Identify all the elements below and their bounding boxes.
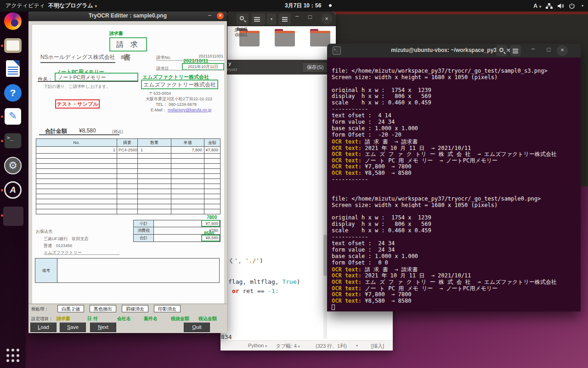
- dock-item-files[interactable]: [4, 37, 22, 54]
- save-button[interactable]: Save: [60, 322, 86, 332]
- terminal-output[interactable]: file: </home/mizutu/workspace_py37/tryoc…: [327, 58, 581, 311]
- volume-icon[interactable]: [557, 3, 564, 9]
- remarks-label: 備考: [35, 259, 57, 282]
- dock-item-app-window[interactable]: [4, 207, 22, 224]
- chevron-down-icon[interactable]: ▾: [356, 344, 358, 348]
- terminal-window: >_ mizutu@ubuntu-vbox: ~/workspace_py37/…: [327, 44, 581, 311]
- invoice-empty-row: [36, 204, 220, 209]
- invoice-empty-row: [36, 159, 220, 164]
- editor-scrollbar-thumb[interactable]: [323, 235, 327, 276]
- close-icon[interactable]: ×: [321, 13, 332, 24]
- field-amount-excl-tax[interactable]: 税抜金額: [171, 316, 189, 322]
- maximize-icon[interactable]: □: [547, 46, 550, 53]
- menu-icon[interactable]: [510, 45, 521, 56]
- preprocess-box[interactable]: 黒色抽出: [90, 305, 116, 312]
- tryocr-titlebar[interactable]: TryOCR Editter : sample0.png – ×: [28, 11, 227, 21]
- field-invoice-title[interactable]: 請求書: [57, 316, 70, 322]
- next-button[interactable]: Next: [90, 322, 116, 332]
- column-header: 摘要: [117, 139, 138, 147]
- network-icon[interactable]: [546, 3, 553, 9]
- email-link[interactable]: msfactory@karufa.nn.jp: [168, 108, 211, 112]
- quit-button[interactable]: Quit: [184, 322, 210, 332]
- dock-item-terminal[interactable]: >_: [4, 132, 22, 150]
- preprocess-box[interactable]: 印影消去: [154, 305, 181, 312]
- terminal-line: -----------: [332, 234, 576, 240]
- search-icon[interactable]: [496, 45, 507, 56]
- chevron-down-icon: ▾: [95, 4, 97, 8]
- preprocess-box[interactable]: 白黒２値: [57, 305, 84, 312]
- notification-dot-icon: [329, 4, 332, 7]
- code-fragment: く', './'): [228, 257, 263, 265]
- editor-scrollbar[interactable]: [323, 76, 327, 339]
- close-icon[interactable]: ×: [217, 12, 224, 19]
- dock-item-firefox[interactable]: [4, 12, 22, 30]
- terminal-line: OCR text: 2021 年 10 月 11 日 → 2021/10/11: [332, 144, 576, 151]
- language-selector[interactable]: Python ▾: [248, 343, 267, 348]
- running-indicator: [1, 45, 3, 47]
- menu-icon[interactable]: [279, 13, 291, 25]
- terminal-line: form value : 24 34: [332, 119, 576, 125]
- ocr-annotation-title: 請求書: [109, 30, 123, 37]
- bank-underline: [44, 248, 119, 255]
- dock: ? ✎ >_ ⚙ A: [0, 12, 26, 368]
- activities-button[interactable]: アクティビティ: [6, 2, 45, 10]
- minimize-icon[interactable]: –: [208, 12, 211, 18]
- load-button[interactable]: Load: [30, 322, 57, 332]
- close-icon[interactable]: ×: [557, 45, 568, 56]
- terminal-line: file: </home/mizutu/workspace_py37/tryoc…: [332, 196, 576, 202]
- terminal-line: original h x w : 1754 x 1239: [332, 87, 576, 93]
- folder-icon[interactable]: [239, 31, 260, 46]
- minimize-icon[interactable]: –: [531, 45, 535, 52]
- terminal-line: display h x w : 806 x 569: [332, 93, 576, 99]
- view-options-chevron-icon[interactable]: ▾: [267, 13, 276, 25]
- totals-block: 小計¥7,800 消費税¥780 合計¥8,580: [133, 220, 220, 242]
- maximize-icon[interactable]: □: [308, 13, 312, 20]
- field-company[interactable]: 会社名: [117, 316, 131, 322]
- preprocess-label: 前処理：: [31, 306, 49, 312]
- invoice-canvas[interactable]: 請求書 請 求 書 NSホールディングス株式会社 御中 請求No.2021101…: [28, 21, 227, 304]
- software-icon: A: [4, 181, 22, 199]
- terminal-line: OCR text: ノー ト PC 用 メモ リー → ノートPC用メモリー: [332, 157, 576, 163]
- power-icon[interactable]: [569, 3, 575, 9]
- invoice-table: No.摘要数量単価金額 1PC4-25600(DDR4-3200) 16GB S…: [36, 138, 220, 214]
- subtotal-green-box: [201, 220, 220, 227]
- files-icon: [4, 38, 22, 53]
- field-date[interactable]: 日 付: [87, 316, 98, 322]
- preprocess-box[interactable]: 罫線消去: [122, 305, 148, 312]
- terminal-titlebar[interactable]: >_ mizutu@ubuntu-vbox: ~/workspace_py37/…: [327, 44, 581, 58]
- gedit-pencil-icon: ✎: [5, 108, 21, 125]
- keyboard-layout-indicator[interactable]: A▾: [533, 3, 541, 9]
- invoice-table-header-row: No.摘要数量単価金額: [36, 139, 220, 147]
- dock-item-help[interactable]: ?: [4, 84, 22, 102]
- folder-icon[interactable]: [310, 31, 330, 46]
- invoice-empty-row: [36, 154, 220, 159]
- terminal-line: scale h x w : 0.460 x 0.459: [332, 99, 576, 106]
- fields-label: 設定項目：: [31, 316, 53, 322]
- app-menu-button[interactable]: 不明なプログラム▾: [48, 2, 97, 10]
- terminal-line: Screen size: width x height = 1680 x 105…: [332, 202, 576, 208]
- running-indicator: [1, 189, 3, 191]
- editor-statusbar: Python ▾ タブ幅: 4 ▾ (323 行、1列) ▾ [挿入]: [220, 340, 393, 351]
- tab-width-selector[interactable]: タブ幅: 4 ▾: [276, 343, 300, 350]
- dock-item-settings[interactable]: ⚙: [4, 157, 22, 174]
- search-icon[interactable]: [237, 13, 249, 25]
- show-applications-icon[interactable]: [6, 349, 20, 362]
- invoice-empty-row: [36, 199, 220, 204]
- dock-item-gedit[interactable]: ✎: [4, 108, 22, 125]
- running-indicator: [1, 140, 3, 142]
- save-button[interactable]: 保存(S): [302, 62, 328, 73]
- terminal-line: OCR text: ¥8,580 → 8580: [332, 298, 576, 304]
- subject-underline: [38, 74, 138, 82]
- clock[interactable]: 3月7日 10：56: [285, 2, 321, 10]
- insert-mode-indicator[interactable]: [挿入]: [371, 343, 384, 350]
- terminal-icon: >_: [4, 133, 22, 149]
- dock-item-writer[interactable]: [4, 60, 22, 78]
- minimize-icon[interactable]: –: [295, 12, 299, 19]
- folder-icon[interactable]: [275, 31, 295, 46]
- field-subject[interactable]: 案件名: [144, 316, 158, 322]
- list-view-icon[interactable]: [251, 13, 265, 25]
- terminal-line: OCR text: ノー ト PC 用 メモ リー → ノートPC用メモリー: [332, 285, 576, 291]
- chevron-down-icon[interactable]: ▾: [582, 4, 583, 8]
- dock-item-software[interactable]: A: [4, 181, 22, 199]
- field-amount-incl-tax[interactable]: 税込金額: [198, 316, 217, 322]
